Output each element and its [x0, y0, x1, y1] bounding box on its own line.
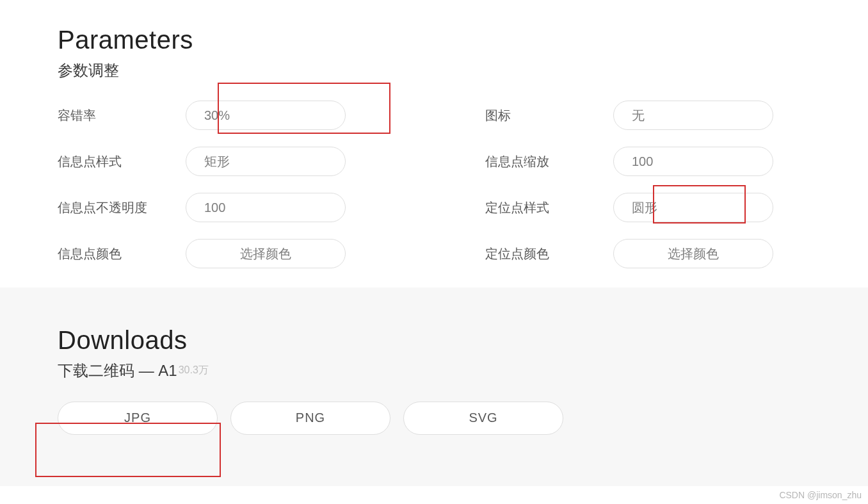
parameters-title: Parameters [58, 26, 810, 54]
select-value: 圆形 [632, 199, 657, 216]
input-value: 100 [204, 200, 225, 215]
param-label: 信息点缩放 [485, 153, 600, 170]
downloads-count-badge: 30.3万 [179, 364, 209, 375]
param-label: 信息点不透明度 [58, 199, 173, 216]
point-scale-input[interactable]: 100 [613, 147, 773, 176]
button-label: 选择颜色 [240, 245, 291, 263]
point-opacity-input[interactable]: 100 [186, 193, 346, 222]
param-row-anchor-color: 定位点颜色 选择颜色 [485, 239, 810, 268]
button-label: 选择颜色 [668, 245, 719, 263]
downloads-title: Downloads [58, 326, 810, 355]
select-value: 30% [204, 108, 230, 123]
param-row-point-scale: 信息点缩放 100 [485, 147, 810, 176]
button-label: JPG [124, 411, 151, 425]
param-label: 容错率 [58, 107, 173, 124]
button-label: PNG [296, 411, 325, 425]
parameters-subtitle: 参数调整 [58, 58, 810, 83]
select-value: 矩形 [204, 153, 230, 170]
param-label: 定位点样式 [485, 199, 600, 216]
param-row-error-correction: 容错率 30% [58, 101, 383, 130]
point-style-select[interactable]: 矩形 [186, 147, 346, 176]
download-svg-button[interactable]: SVG [403, 402, 563, 435]
anchor-color-button[interactable]: 选择颜色 [613, 239, 773, 268]
param-row-icon: 图标 无 [485, 101, 810, 130]
error-correction-select[interactable]: 30% [186, 101, 346, 130]
icon-select[interactable]: 无 [613, 101, 773, 130]
param-row-point-opacity: 信息点不透明度 100 [58, 193, 383, 222]
parameters-grid: 容错率 30% 图标 无 信息点样式 矩形 信息点缩放 100 信息点不透明度 [58, 101, 810, 268]
download-jpg-button[interactable]: JPG [58, 402, 218, 435]
downloads-section: Downloads 下载二维码 — A130.3万 JPG PNG SVG [0, 288, 868, 485]
input-value: 100 [632, 154, 653, 169]
param-row-anchor-style: 定位点样式 圆形 [485, 193, 810, 222]
downloads-subtitle: 下载二维码 — A130.3万 [58, 359, 810, 383]
param-row-point-color: 信息点颜色 选择颜色 [58, 239, 383, 268]
anchor-style-select[interactable]: 圆形 [613, 193, 773, 222]
param-label: 信息点样式 [58, 153, 173, 170]
param-row-point-style: 信息点样式 矩形 [58, 147, 383, 176]
button-label: SVG [469, 411, 497, 425]
watermark-text: CSDN @jimson_zhu [779, 490, 862, 500]
downloads-subtitle-text: 下载二维码 — A1 [58, 362, 177, 379]
select-value: 无 [632, 107, 645, 124]
parameters-section: Parameters 参数调整 容错率 30% 图标 无 信息点样式 矩形 信息… [0, 0, 868, 288]
param-label: 图标 [485, 107, 600, 124]
point-color-button[interactable]: 选择颜色 [186, 239, 346, 268]
download-png-button[interactable]: PNG [230, 402, 390, 435]
param-label: 信息点颜色 [58, 245, 173, 263]
download-buttons: JPG PNG SVG [58, 402, 810, 435]
param-label: 定位点颜色 [485, 245, 600, 263]
